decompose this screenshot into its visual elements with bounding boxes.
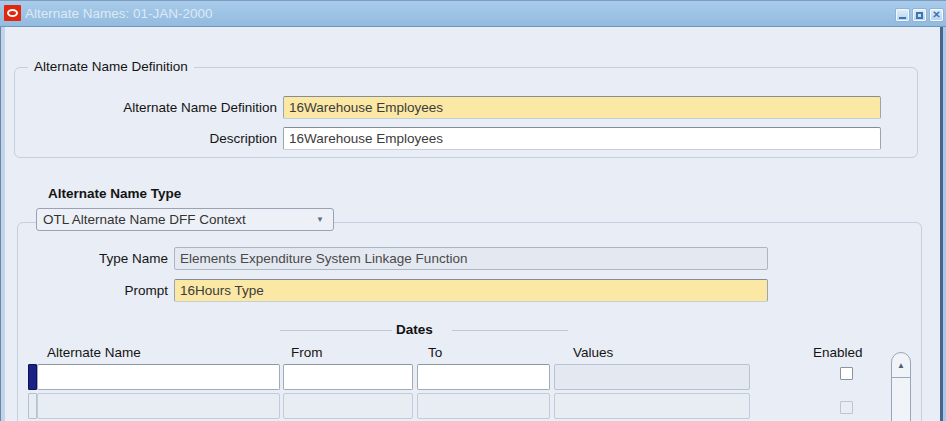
description-label: Description bbox=[60, 127, 277, 150]
record-selector[interactable] bbox=[28, 364, 37, 390]
to-date-cell-input bbox=[417, 393, 550, 419]
oracle-ring-icon bbox=[7, 9, 18, 17]
dates-group-line-right bbox=[452, 330, 568, 331]
enabled-checkbox bbox=[840, 401, 853, 414]
type-name-field bbox=[174, 247, 768, 270]
maximize-icon bbox=[916, 12, 923, 19]
column-header-values: Values bbox=[573, 345, 613, 360]
alternate-name-definition-label: Alternate Name Definition bbox=[60, 96, 277, 119]
description-input[interactable] bbox=[283, 127, 881, 150]
minimize-icon bbox=[899, 17, 906, 19]
scroll-up-button[interactable]: ▲ bbox=[892, 353, 910, 378]
records-scrollbar[interactable]: ▲ bbox=[891, 352, 911, 421]
alternate-names-window: Alternate Names: 01-JAN-2000 ✕ Alternate… bbox=[0, 0, 946, 421]
triangle-up-icon: ▲ bbox=[897, 361, 905, 370]
from-date-cell-input[interactable] bbox=[283, 364, 413, 390]
alternate-name-type-dropdown[interactable]: OTL Alternate Name DFF Context ▼ bbox=[36, 208, 334, 231]
from-date-cell-input bbox=[283, 393, 413, 419]
prompt-label: Prompt bbox=[40, 279, 168, 302]
type-name-label: Type Name bbox=[40, 247, 168, 270]
column-header-alternate-name: Alternate Name bbox=[47, 345, 141, 360]
alternate-name-type-heading: Alternate Name Type bbox=[48, 186, 181, 202]
alternate-name-cell-input[interactable] bbox=[37, 364, 280, 390]
oracle-logo-icon bbox=[4, 5, 21, 21]
alternate-name-type-dropdown-value: OTL Alternate Name DFF Context bbox=[43, 212, 246, 227]
title-bar: Alternate Names: 01-JAN-2000 ✕ bbox=[0, 0, 946, 27]
enabled-checkbox[interactable] bbox=[840, 367, 853, 380]
alternate-name-cell-input bbox=[37, 393, 280, 419]
minimize-button[interactable] bbox=[895, 8, 910, 22]
window-border-top bbox=[0, 0, 946, 1]
values-cell-field bbox=[554, 393, 750, 419]
values-cell-field bbox=[554, 364, 750, 390]
dates-group-label: Dates bbox=[396, 322, 433, 337]
maximize-button[interactable] bbox=[912, 8, 927, 22]
to-date-cell-input[interactable] bbox=[417, 364, 550, 390]
alternate-name-definition-input[interactable] bbox=[283, 96, 881, 119]
column-header-to: To bbox=[428, 345, 442, 360]
prompt-input[interactable] bbox=[174, 279, 768, 302]
close-icon: ✕ bbox=[932, 9, 940, 21]
column-header-from: From bbox=[291, 345, 323, 360]
column-header-enabled: Enabled bbox=[813, 345, 863, 360]
window-frame-left bbox=[1, 27, 5, 421]
window-title: Alternate Names: 01-JAN-2000 bbox=[25, 0, 213, 27]
definition-groupbox-legend: Alternate Name Definition bbox=[28, 59, 194, 74]
close-button[interactable]: ✕ bbox=[929, 8, 944, 22]
record-selector[interactable] bbox=[28, 393, 37, 419]
dates-group-line-left bbox=[280, 330, 392, 331]
chevron-down-icon: ▼ bbox=[316, 210, 324, 230]
